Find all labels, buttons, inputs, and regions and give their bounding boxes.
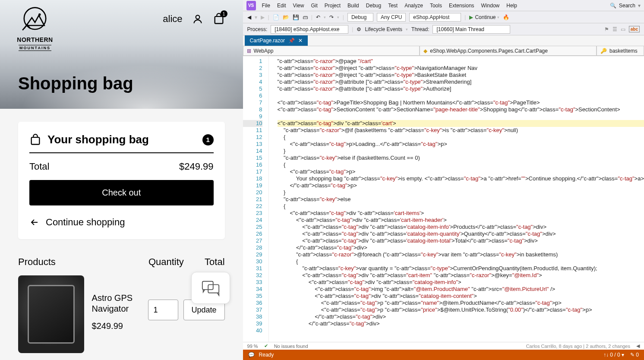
cart-badge: 1 — [221, 10, 227, 17]
menu-extensions[interactable]: Extensions — [445, 1, 478, 10]
svg-rect-4 — [32, 137, 40, 144]
frame-icon[interactable]: ▭ — [621, 26, 625, 32]
menu-project[interactable]: Project — [321, 1, 344, 10]
checkout-button[interactable]: Check out — [29, 180, 214, 205]
main-toolbar: ◀▾ ▶ | 📄 📂 💾 🗃 | ↶▾ ↷▾ | Debug Any CPU e… — [243, 11, 644, 23]
continue-shopping-link[interactable]: Continue shopping — [29, 217, 214, 228]
debug-toolbar: Process: [18480] eShop.AppHost.exe | ⚙ L… — [243, 23, 644, 35]
bag-icon — [29, 134, 41, 146]
editor-status-strip: 99 % ✔ No issues found Carlos Carrillo, … — [243, 342, 644, 350]
pin-icon[interactable]: 📌 — [288, 38, 295, 44]
redo-button[interactable]: ↷ — [329, 14, 334, 20]
startup-combo[interactable]: eShop.AppHost — [409, 13, 461, 22]
menu-test[interactable]: Test — [385, 1, 401, 10]
col-products: Products — [18, 256, 148, 268]
chat-fab[interactable] — [191, 272, 230, 304]
menu-edit[interactable]: Edit — [274, 1, 290, 10]
tab-strip: CartPage.razor 📌 ✕ — [243, 35, 644, 46]
col-quantity: Quantity — [148, 256, 205, 268]
summary-card: Your shopping bag 1 Total $249.99 Check … — [18, 122, 225, 239]
status-ready: Ready — [259, 352, 274, 358]
search-label[interactable]: Search — [619, 3, 635, 9]
col-total: Total — [205, 256, 224, 268]
user-icon[interactable] — [192, 13, 203, 25]
search-icon[interactable]: 🔍 — [610, 3, 616, 9]
svg-point-1 — [38, 13, 41, 16]
forward-button[interactable]: ▶ — [261, 14, 265, 20]
zoom-level[interactable]: 99 % — [247, 344, 258, 349]
status-bar: 💬 Ready ↑↓ 0 / 0 ▾ ✎ 0 — [243, 350, 644, 360]
close-icon[interactable]: ✕ — [298, 38, 303, 44]
error-counter[interactable]: ✎ 0 — [630, 352, 639, 358]
nav-project[interactable]: ⊞WebApp — [243, 46, 420, 56]
scroll-left-icon[interactable]: ◀ — [636, 343, 640, 349]
hot-reload-icon[interactable]: 🔥 — [503, 14, 509, 20]
brand-sub: MOUNTAINS — [19, 45, 51, 51]
flag-icon[interactable]: ⚑ — [604, 26, 609, 32]
menu-build[interactable]: Build — [344, 1, 363, 10]
product-name: Astro GPS Navigator — [92, 293, 140, 314]
product-price: $249.99 — [92, 321, 140, 331]
file-tab[interactable]: CartPage.razor 📌 ✕ — [245, 35, 308, 46]
cart-icon[interactable]: 1 — [213, 13, 225, 25]
navigation-bar: ⊞WebApp ◆eShop.WebApp.Components.Pages.C… — [243, 46, 644, 56]
username[interactable]: alice — [163, 13, 182, 25]
menu-help[interactable]: Help — [503, 1, 521, 10]
page-title: Shopping bag — [18, 74, 133, 93]
hero-banner: NORTHERN MOUNTAINS alice 1 Shopping bag — [0, 0, 243, 109]
issues-text[interactable]: No issues found — [274, 344, 308, 349]
process-combo[interactable]: [18480] eShop.AppHost.exe — [271, 25, 348, 34]
lifecycle-combo[interactable]: Lifecycle Events — [365, 26, 402, 32]
menu-bar: VS FileEditViewGitProjectBuildDebugTestA… — [243, 0, 644, 11]
menu-git[interactable]: Git — [307, 1, 321, 10]
bag-header: Your shopping bag — [47, 133, 149, 146]
nav-member[interactable]: 🔑basketItems — [597, 46, 644, 56]
brand-logo[interactable]: NORTHERN MOUNTAINS — [16, 4, 54, 51]
save-button[interactable]: 💾 — [293, 14, 299, 20]
total-label: Total — [29, 161, 49, 172]
svg-point-2 — [196, 15, 199, 19]
process-label: Process: — [247, 26, 268, 32]
platform-combo[interactable]: Any CPU — [377, 13, 406, 22]
quantity-input[interactable] — [148, 300, 178, 320]
svg-point-0 — [24, 8, 46, 29]
total-value: $249.99 — [179, 161, 214, 172]
lifecycle-icon[interactable]: ⚙ — [357, 26, 361, 32]
product-thumbnail[interactable] — [18, 275, 84, 353]
stack-icon[interactable]: ☰ — [612, 26, 617, 32]
back-button[interactable]: ◀ — [247, 14, 251, 20]
menu-window[interactable]: Window — [478, 1, 503, 10]
web-app-pane: NORTHERN MOUNTAINS alice 1 Shopping bag … — [0, 0, 243, 360]
check-icon: ✔ — [264, 343, 268, 349]
menu-view[interactable]: View — [290, 1, 308, 10]
thread-label: Thread: — [411, 26, 429, 32]
codelens-text[interactable]: Carlos Carrillo, 8 days ago | 2 authors,… — [526, 344, 630, 349]
bag-count-badge: 1 — [202, 134, 214, 145]
vs-logo-icon[interactable]: VS — [246, 1, 256, 10]
menu-file[interactable]: File — [259, 1, 274, 10]
undo-button[interactable]: ↶ — [316, 14, 320, 20]
menu-tools[interactable]: Tools — [426, 1, 445, 10]
continue-button[interactable]: ▶Continue▾ — [469, 14, 499, 20]
thread-combo[interactable]: [10660] Main Thread — [432, 25, 510, 34]
nav-counter[interactable]: ↑↓ 0 / 0 ▾ — [603, 352, 624, 358]
config-combo[interactable]: Debug — [347, 13, 373, 22]
new-item-button[interactable]: 📄 — [273, 14, 279, 20]
svg-rect-3 — [215, 16, 223, 23]
arrow-left-icon — [29, 217, 40, 227]
abc-badge[interactable]: abc — [629, 26, 640, 32]
visual-studio: VS FileEditViewGitProjectBuildDebugTestA… — [243, 0, 644, 360]
nav-class[interactable]: ◆eShop.WebApp.Components.Pages.Cart.Cart… — [420, 46, 597, 56]
code-editor[interactable]: 1234567891011121314151617181920212223242… — [243, 56, 644, 342]
menu-analyze[interactable]: Analyze — [401, 1, 426, 10]
feedback-icon[interactable]: 💬 — [248, 352, 255, 358]
brand-name: NORTHERN — [16, 36, 54, 43]
open-button[interactable]: 📂 — [283, 14, 289, 20]
menu-debug[interactable]: Debug — [363, 1, 385, 10]
save-all-button[interactable]: 🗃 — [303, 14, 308, 20]
